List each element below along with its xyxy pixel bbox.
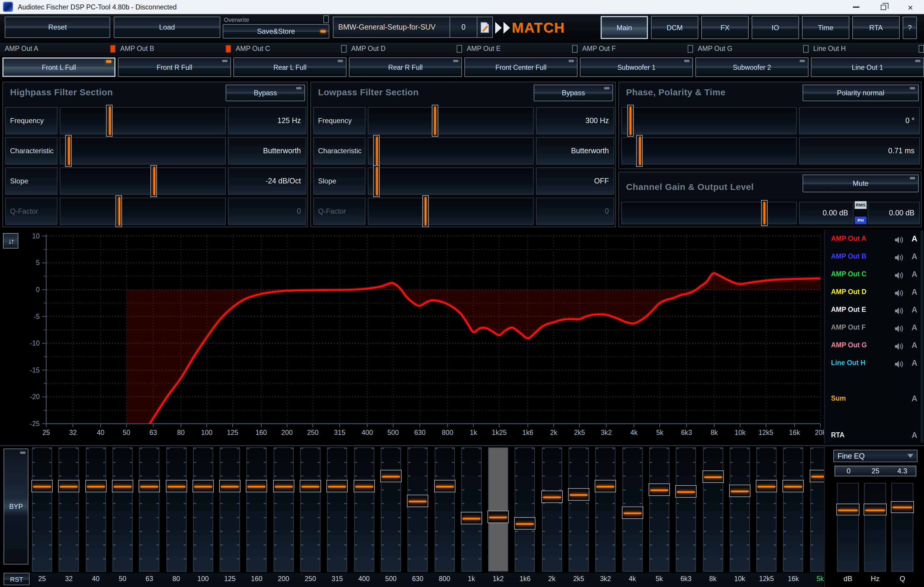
eq-bypass-button[interactable]: BYP xyxy=(3,449,28,564)
slider-handle[interactable] xyxy=(373,135,380,167)
legend-channel-label[interactable]: Line Out H xyxy=(831,359,865,366)
solo-button[interactable]: A xyxy=(912,394,917,403)
eq-band-track-5k[interactable] xyxy=(649,447,669,572)
eq-band-handle-315[interactable] xyxy=(327,480,348,492)
restore-button[interactable] xyxy=(870,0,897,14)
eq-band-handle-25[interactable] xyxy=(31,480,53,492)
output-tab-6[interactable]: AMP Out F xyxy=(582,45,616,52)
eq-band-track-16k[interactable] xyxy=(783,447,804,572)
eq-band-handle-200[interactable] xyxy=(273,480,294,492)
highpass-bypass-button[interactable]: Bypass xyxy=(226,85,305,101)
eq-band-track-32[interactable] xyxy=(59,447,79,572)
slider-handle[interactable] xyxy=(373,165,380,197)
solo-button[interactable]: A xyxy=(912,234,917,243)
legend-channel-label[interactable]: AMP Out D xyxy=(831,288,866,295)
eq-band-handle-12k5[interactable] xyxy=(756,480,777,492)
solo-button[interactable]: A xyxy=(912,323,917,332)
channel-link-checkbox-5[interactable] xyxy=(572,45,578,53)
channel-link-checkbox-8[interactable] xyxy=(919,45,924,53)
eq-band-handle-32[interactable] xyxy=(58,480,80,492)
slider-track[interactable] xyxy=(368,137,534,164)
speaker-icon[interactable] xyxy=(895,343,904,350)
solo-button[interactable]: A xyxy=(912,288,917,296)
output-tab-1[interactable]: AMP Out A xyxy=(5,45,38,52)
fine-eq-handle-q[interactable] xyxy=(891,501,914,513)
eq-band-track-80[interactable] xyxy=(166,447,186,572)
eq-band-track-63[interactable] xyxy=(139,447,159,572)
speaker-icon[interactable] xyxy=(895,254,904,261)
output-tab-5[interactable]: AMP Out E xyxy=(467,45,501,52)
legend-channel-label[interactable]: AMP Out C xyxy=(831,270,866,278)
nav-tab-main[interactable]: Main xyxy=(601,16,648,39)
solo-button[interactable]: A xyxy=(912,270,917,279)
fine-eq-dropdown[interactable]: Fine EQ xyxy=(833,450,917,462)
eq-band-track-12k5[interactable] xyxy=(756,447,777,572)
solo-button[interactable]: A xyxy=(912,305,917,314)
channel-button-front-r-full[interactable]: Front R Full xyxy=(118,58,231,77)
channel-link-checkbox-7[interactable] xyxy=(803,45,808,53)
slider-track[interactable] xyxy=(368,197,534,225)
nav-tab-dcm[interactable]: DCM xyxy=(651,16,698,39)
channel-button-line-out-1[interactable]: Line Out 1 xyxy=(811,58,924,77)
gain-slider-handle[interactable] xyxy=(761,200,767,226)
legend-channel-label[interactable]: AMP Out B xyxy=(831,253,866,260)
help-button[interactable]: ? xyxy=(903,16,917,39)
lowpass-bypass-button[interactable]: Bypass xyxy=(534,85,613,101)
legend-channel-label[interactable]: RTA xyxy=(831,431,845,439)
legend-channel-label[interactable]: Sum xyxy=(831,395,846,402)
eq-band-handle-16k[interactable] xyxy=(783,480,804,493)
eq-band-track-200[interactable] xyxy=(273,447,294,572)
output-tab-7[interactable]: AMP Out G xyxy=(698,45,733,52)
solo-button[interactable]: A xyxy=(912,252,917,261)
graph-canvas[interactable]: 1050-5-10-15-20-252532405063801001251602… xyxy=(0,230,824,444)
mute-button[interactable]: Mute xyxy=(803,174,919,192)
fine-eq-track-q[interactable] xyxy=(891,483,913,572)
fine-eq-handle-db[interactable] xyxy=(837,503,860,515)
ph-badge[interactable]: PH xyxy=(855,217,866,224)
channel-button-subwoofer-2[interactable]: Subwoofer 2 xyxy=(695,58,808,77)
output-tab-2[interactable]: AMP Out B xyxy=(120,45,154,52)
eq-band-handle-3k2[interactable] xyxy=(595,480,616,492)
graph-zoom-icon[interactable]: ↓↑ xyxy=(3,233,18,248)
eq-band-handle-630[interactable] xyxy=(407,494,428,507)
eq-band-handle-2k[interactable] xyxy=(541,490,563,503)
channel-link-checkbox-1[interactable] xyxy=(110,45,116,53)
eq-band-handle-5k[interactable] xyxy=(648,483,670,496)
eq-band-track-2k5[interactable] xyxy=(569,447,589,572)
slider-handle[interactable] xyxy=(106,105,113,137)
solo-button[interactable]: A xyxy=(912,358,917,367)
eq-band-track-160[interactable] xyxy=(247,447,267,572)
slider-track[interactable] xyxy=(60,168,226,195)
eq-band-track-100[interactable] xyxy=(193,447,213,572)
close-button[interactable]: × xyxy=(897,0,924,14)
channel-button-rear-r-full[interactable]: Rear R Full xyxy=(349,58,462,77)
eq-band-handle-250[interactable] xyxy=(300,480,321,492)
overwrite-checkbox[interactable] xyxy=(323,15,329,23)
eq-band-track-800[interactable] xyxy=(434,447,455,572)
channel-button-rear-l-full[interactable]: Rear L Full xyxy=(233,58,346,77)
slider-track[interactable] xyxy=(368,168,534,195)
speaker-icon[interactable] xyxy=(895,289,904,297)
eq-band-track-400[interactable] xyxy=(354,447,374,572)
eq-band-handle-100[interactable] xyxy=(193,480,214,492)
fine-eq-track-hz[interactable] xyxy=(864,483,886,572)
slider-handle[interactable] xyxy=(627,105,634,137)
eq-band-track-25[interactable] xyxy=(32,447,52,572)
fine-eq-track-db[interactable] xyxy=(837,483,859,572)
polarity-button[interactable]: Polarity normal xyxy=(803,85,919,101)
eq-band-track-50[interactable] xyxy=(112,447,133,572)
speaker-icon[interactable] xyxy=(895,271,904,279)
gain-slider-track[interactable] xyxy=(621,202,797,224)
eq-band-handle-63[interactable] xyxy=(139,480,160,492)
output-tab-3[interactable]: AMP Out C xyxy=(236,45,270,52)
channel-button-subwoofer-1[interactable]: Subwoofer 1 xyxy=(580,58,693,77)
speaker-icon[interactable] xyxy=(895,325,904,332)
eq-band-track-40[interactable] xyxy=(86,447,106,572)
eq-band-track-2k[interactable] xyxy=(542,447,562,572)
eq-band-track-3k2[interactable] xyxy=(596,447,616,572)
eq-band-handle-50[interactable] xyxy=(112,480,133,492)
legend-channel-label[interactable]: AMP Out A xyxy=(831,235,866,242)
speaker-icon[interactable] xyxy=(895,236,904,244)
channel-link-checkbox-3[interactable] xyxy=(341,45,346,53)
eq-band-track-8k[interactable] xyxy=(703,447,723,572)
